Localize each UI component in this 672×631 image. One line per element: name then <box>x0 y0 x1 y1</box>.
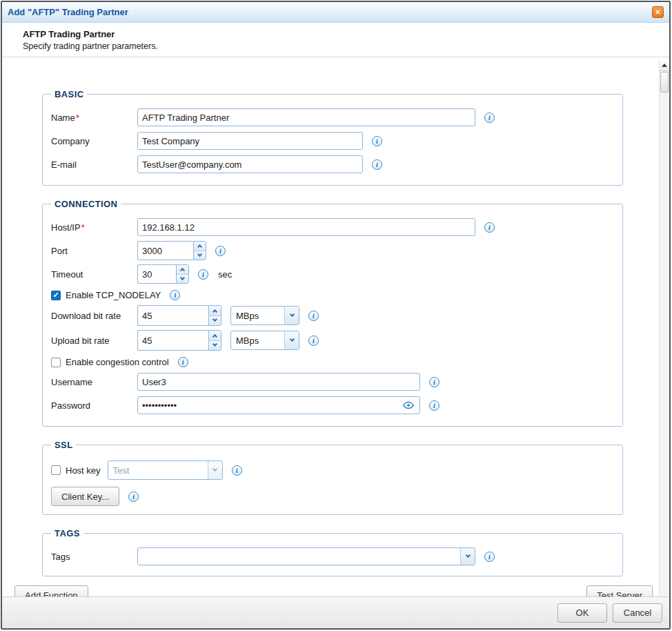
password-label: Password <box>51 400 137 411</box>
download-rate-input[interactable] <box>137 305 208 326</box>
port-row: Port i <box>51 241 614 260</box>
timeout-input[interactable] <box>137 264 176 284</box>
chevron-down-icon <box>289 312 294 317</box>
header-subtitle: Specify trading partner parameters. <box>23 41 658 51</box>
header-title: AFTP Trading Partner <box>23 29 658 39</box>
tags-fieldset: TAGS Tags i <box>42 528 623 576</box>
upload-rate-label: Upload bit rate <box>51 336 137 346</box>
name-input[interactable] <box>137 108 475 126</box>
timeout-unit-label: sec <box>218 269 232 280</box>
required-asterisk: * <box>81 222 85 233</box>
chevron-down-icon <box>213 467 217 472</box>
download-rate-label: Download bit rate <box>51 311 137 321</box>
ssl-legend: SSL <box>51 440 76 450</box>
company-info-icon[interactable]: i <box>372 136 382 146</box>
scrollbar-thumb[interactable] <box>660 72 669 93</box>
upload-rate-input[interactable] <box>137 330 208 351</box>
close-icon: ✕ <box>655 9 660 16</box>
tcp-nodelay-info-icon[interactable]: i <box>170 290 180 300</box>
host-key-checkbox[interactable] <box>51 465 61 475</box>
connection-fieldset: CONNECTION Host/IP* i Port i <box>42 199 623 427</box>
combo-trigger-button[interactable] <box>284 307 299 324</box>
host-key-info-icon[interactable]: i <box>232 465 242 476</box>
chevron-up-icon <box>213 334 217 339</box>
chevron-up-icon <box>180 268 185 273</box>
password-field-wrap <box>137 396 420 414</box>
ok-button[interactable]: OK <box>557 603 607 623</box>
upload-unit-combo[interactable]: MBps <box>230 331 299 350</box>
timeout-info-icon[interactable]: i <box>198 269 208 280</box>
host-info-icon[interactable]: i <box>484 222 495 233</box>
scroll-up-button[interactable] <box>660 60 669 71</box>
password-row: Password i <box>51 396 614 415</box>
spin-up-button[interactable] <box>177 265 188 274</box>
username-row: Username i <box>51 372 614 391</box>
port-spinner <box>137 241 206 260</box>
tags-legend: TAGS <box>51 528 83 538</box>
chevron-down-icon <box>197 252 202 257</box>
company-input[interactable] <box>137 132 363 150</box>
show-password-icon[interactable] <box>402 401 415 409</box>
download-unit-combo[interactable]: MBps <box>230 306 299 325</box>
congestion-control-checkbox[interactable] <box>51 358 61 367</box>
tags-info-icon[interactable]: i <box>484 552 495 562</box>
spin-down-button[interactable] <box>194 251 206 260</box>
spin-down-button[interactable] <box>209 340 221 351</box>
spin-down-button[interactable] <box>177 274 188 284</box>
spin-down-button[interactable] <box>209 316 221 326</box>
tcp-nodelay-checkbox[interactable]: ✓ <box>51 291 61 300</box>
username-info-icon[interactable]: i <box>429 377 439 387</box>
password-input[interactable] <box>137 396 420 414</box>
timeout-spinner <box>137 264 189 284</box>
dialog-body: AFTP Trading Partner Specify trading par… <box>2 23 669 596</box>
basic-legend: BASIC <box>51 89 87 99</box>
download-unit-value: MBps <box>231 307 284 324</box>
chevron-down-icon[interactable] <box>460 548 475 565</box>
tags-combo[interactable] <box>137 547 475 565</box>
spin-up-button[interactable] <box>194 242 206 251</box>
spin-up-button[interactable] <box>209 306 221 316</box>
vertical-scrollbar[interactable] <box>659 60 669 596</box>
username-input[interactable] <box>137 373 420 391</box>
combo-trigger-button[interactable] <box>284 331 299 349</box>
name-row: Name* i <box>51 108 614 127</box>
connection-legend: CONNECTION <box>51 199 121 209</box>
congestion-control-label: Enable congestion control <box>66 357 169 367</box>
chevron-down-icon <box>180 275 185 280</box>
email-info-icon[interactable]: i <box>372 159 382 170</box>
host-row: Host/IP* i <box>51 217 614 237</box>
wizard-header: AFTP Trading Partner Specify trading par… <box>2 23 669 57</box>
host-input[interactable] <box>137 218 475 236</box>
password-info-icon[interactable]: i <box>429 400 439 411</box>
upload-rate-spinner <box>137 330 221 351</box>
congestion-control-info-icon[interactable]: i <box>178 357 188 367</box>
required-asterisk: * <box>76 113 79 123</box>
combo-trigger-button[interactable] <box>208 461 222 479</box>
chevron-up-icon <box>213 309 217 314</box>
ssl-fieldset: SSL Host key Test i Client Key... i <box>42 440 623 515</box>
port-input[interactable] <box>137 241 193 260</box>
host-key-combo[interactable]: Test <box>108 460 223 480</box>
port-label: Port <box>51 246 137 256</box>
client-key-button[interactable]: Client Key... <box>51 487 119 506</box>
chevron-up-icon <box>197 244 202 249</box>
email-input[interactable] <box>137 155 363 173</box>
close-button[interactable]: ✕ <box>652 6 664 18</box>
add-trading-partner-dialog: Add "AFTP" Trading Partner ✕ AFTP Tradin… <box>1 1 671 630</box>
name-label: Name* <box>51 113 137 123</box>
port-info-icon[interactable]: i <box>215 246 226 256</box>
upload-rate-row: Upload bit rate MBps i <box>51 330 614 351</box>
download-rate-info-icon[interactable]: i <box>308 311 319 321</box>
check-icon: ✓ <box>52 291 59 299</box>
cancel-button[interactable]: Cancel <box>613 603 662 623</box>
chevron-down-icon <box>289 337 294 342</box>
form-fields: BASIC Name* i Company i E-mail i <box>2 57 669 576</box>
timeout-row: Timeout i sec <box>51 264 614 284</box>
spin-up-button[interactable] <box>209 331 221 340</box>
upload-rate-info-icon[interactable]: i <box>308 336 319 346</box>
name-info-icon[interactable]: i <box>484 113 495 123</box>
dialog-titlebar[interactable]: Add "AFTP" Trading Partner ✕ <box>2 2 669 23</box>
email-label: E-mail <box>51 159 137 170</box>
client-key-info-icon[interactable]: i <box>128 492 139 502</box>
host-label: Host/IP* <box>51 222 137 233</box>
